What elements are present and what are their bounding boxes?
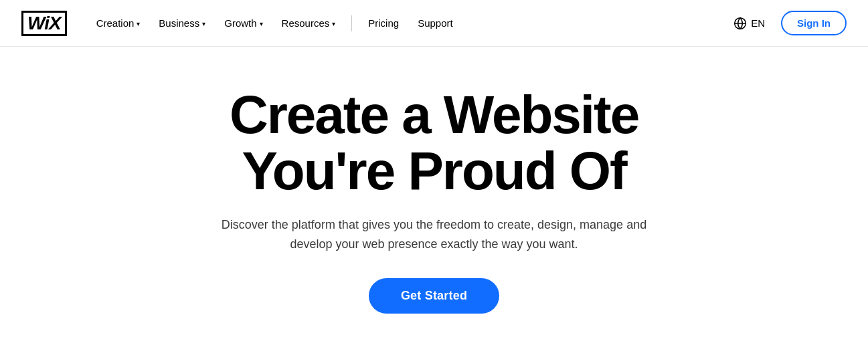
navbar: WiX Creation ▾ Business ▾ Growth ▾ Resou…: [0, 0, 868, 47]
nav-item-creation-label: Creation: [96, 17, 135, 29]
sign-in-button[interactable]: Sign In: [781, 11, 847, 35]
nav-item-creation[interactable]: Creation ▾: [88, 12, 149, 34]
nav-item-support-label: Support: [418, 17, 453, 29]
nav-item-support[interactable]: Support: [410, 12, 461, 34]
language-selector[interactable]: EN: [728, 13, 770, 34]
chevron-down-icon: ▾: [137, 20, 140, 27]
nav-item-growth-label: Growth: [224, 17, 256, 29]
nav-item-business-label: Business: [159, 17, 199, 29]
wix-logo[interactable]: WiX: [21, 11, 67, 36]
get-started-button[interactable]: Get Started: [369, 278, 499, 314]
nav-item-growth[interactable]: Growth ▾: [216, 12, 270, 34]
globe-icon: [733, 17, 747, 30]
nav-item-pricing[interactable]: Pricing: [360, 12, 407, 34]
language-code: EN: [751, 17, 765, 29]
hero-title-line2: You're Proud Of: [242, 141, 626, 201]
chevron-down-icon: ▾: [202, 20, 205, 27]
hero-title-line1: Create a Website: [230, 85, 638, 144]
chevron-down-icon: ▾: [332, 20, 335, 27]
nav-item-resources[interactable]: Resources ▾: [274, 12, 344, 34]
nav-item-business[interactable]: Business ▾: [151, 12, 213, 34]
chevron-down-icon: ▾: [260, 20, 263, 27]
hero-section: Create a Website You're Proud Of Discove…: [0, 47, 868, 339]
nav-right: EN Sign In: [728, 11, 847, 35]
nav-item-pricing-label: Pricing: [368, 17, 399, 29]
logo-area[interactable]: WiX: [21, 11, 67, 36]
nav-item-resources-label: Resources: [282, 17, 330, 29]
hero-subtitle: Discover the platform that gives you the…: [220, 215, 648, 254]
nav-links: Creation ▾ Business ▾ Growth ▾ Resources…: [88, 12, 729, 34]
hero-title: Create a Website You're Proud Of: [230, 87, 638, 199]
nav-divider: [351, 15, 352, 31]
